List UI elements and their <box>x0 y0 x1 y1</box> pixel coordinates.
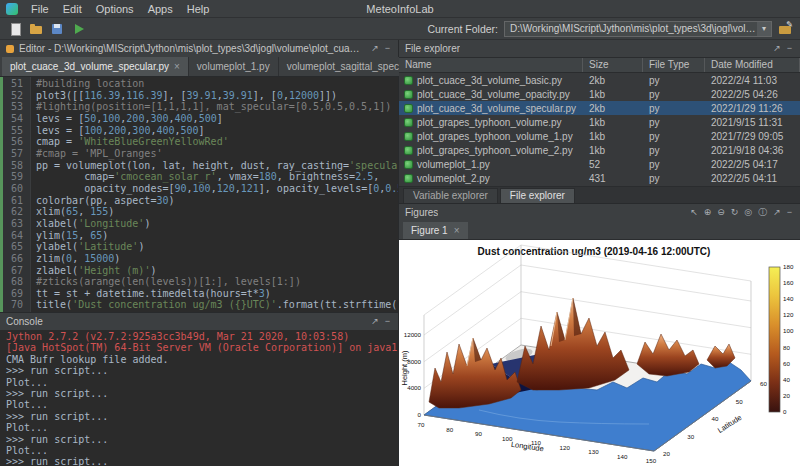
py-file-icon <box>404 118 413 127</box>
code-line[interactable]: 70title('Dust concentration ug/m3 ({}UTC… <box>0 299 398 311</box>
menu-options[interactable]: Options <box>89 3 141 15</box>
console-line: Plot... <box>6 445 394 456</box>
pointer-icon[interactable]: ↖ <box>688 208 700 217</box>
open-folder-button[interactable] <box>29 22 43 36</box>
close-icon[interactable]: × <box>174 61 180 72</box>
table-row[interactable]: plot_grapes_typhoon_volume_1.py1kbpy2021… <box>399 129 800 143</box>
file-size: 1kb <box>583 145 643 156</box>
editor-tab[interactable]: plot_cuace_3d_volume_specular.py× <box>2 57 189 76</box>
tab-figure-1[interactable]: Figure 1 × <box>403 222 468 239</box>
tab-variable-explorer[interactable]: Variable explorer <box>403 188 498 203</box>
minimize-icon[interactable]: − <box>383 317 392 326</box>
console-output[interactable]: Jython 2.7.2 (v2.7.2:925a3cc3b49d, Mar 2… <box>0 330 398 466</box>
menu-apps[interactable]: Apps <box>141 3 180 15</box>
code-line[interactable]: 57#cmap = 'MPL_Oranges' <box>0 148 398 160</box>
file-type: py <box>643 75 705 86</box>
line-number: 60 <box>0 183 30 195</box>
code-editor[interactable]: 51#building location52plot3([[116.39,116… <box>0 77 398 312</box>
float-icon[interactable]: ↗ <box>369 317 381 326</box>
table-row[interactable]: plot_grapes_typhoon_volume_2.py1kbpy2021… <box>399 143 800 157</box>
console-line: >>> run script... <box>6 456 394 466</box>
code-line[interactable]: 63xlabel('Longitude') <box>0 218 398 230</box>
menu-bar: FileEditOptionsAppsHelp <box>24 3 216 15</box>
rotate-icon[interactable]: ↻ <box>729 208 741 217</box>
code-line[interactable]: 55levs = [100,200,300,400,500] <box>0 125 398 137</box>
tab-file-explorer[interactable]: File explorer <box>500 188 575 203</box>
table-row[interactable]: volumeplot_2.py431py2022/2/5 04:11 <box>399 171 800 185</box>
minimize-icon[interactable]: − <box>383 44 392 53</box>
code-line[interactable]: 61colorbar(pp, aspect=30) <box>0 195 398 207</box>
editor-tabs: plot_cuace_3d_volume_specular.py×volumep… <box>0 57 398 77</box>
code-line[interactable]: 56cmap = 'WhiteBlueGreenYellowRed' <box>0 136 398 148</box>
file-name: plot_grapes_typhoon_volume.py <box>417 117 562 128</box>
code-line[interactable]: 60 opacity_nodes=[90,100,120,121], opaci… <box>0 183 398 195</box>
main-area: Editor - D:\Working\MIScript\Jython\mis\… <box>0 40 800 466</box>
column-header[interactable]: Name <box>399 58 583 72</box>
line-number: 59 <box>0 171 30 183</box>
column-header[interactable]: File Type <box>643 58 705 72</box>
file-name: plot_cuace_3d_volume_specular.py <box>417 103 576 114</box>
code-line[interactable]: 58pp = volumeplot(lon, lat, height, dust… <box>0 160 398 172</box>
zoom-out-icon[interactable]: ⊖ <box>715 208 727 217</box>
file-table-header: NameSizeFile TypeDate Modified <box>399 57 800 73</box>
column-header[interactable]: Size <box>583 58 643 72</box>
minimize-icon[interactable]: − <box>785 208 794 217</box>
dropdown-arrow-icon[interactable]: ▾ <box>757 22 771 36</box>
tick-label: 120 <box>783 311 794 318</box>
new-file-button[interactable] <box>8 22 22 36</box>
figure-tabs: Figure 1 × <box>399 221 800 240</box>
code-line[interactable]: 66zlim(0, 15000) <box>0 253 398 265</box>
save-button[interactable] <box>50 22 64 36</box>
console-panel: Console ↗− Jython 2.7.2 (v2.7.2:925a3cc3… <box>0 312 398 466</box>
code-line[interactable]: 52plot3([[116.39,116.39], [39.91,39.91],… <box>0 90 398 102</box>
code-line[interactable]: 59 cmap='cmocean_solar_r', vmax=180, bri… <box>0 171 398 183</box>
tick-label: 20 <box>663 450 670 457</box>
float-icon[interactable]: ↗ <box>771 44 783 53</box>
code-line[interactable]: 54levs = [50,100,200,300,400,500] <box>0 113 398 125</box>
table-row[interactable]: plot_cuace_3d_volume_opacity.py1kbpy2022… <box>399 87 800 101</box>
code-line[interactable]: 53#lighting(position=[1,1,1,1], mat_spec… <box>0 101 398 113</box>
editor-title: Editor - D:\Working\MIScript\Jython\mis\… <box>19 43 364 54</box>
code-line[interactable]: 68#zticks(arange(len(levels))[1:], level… <box>0 276 398 288</box>
figure-canvas[interactable]: Dust concentration ug/m3 (2019-04-16 12:… <box>399 240 800 466</box>
code-line[interactable]: 67zlabel('Height (m)') <box>0 265 398 277</box>
tick-label: 120 <box>560 444 571 451</box>
file-name: plot_grapes_typhoon_volume_1.py <box>417 131 573 142</box>
file-type: py <box>643 103 705 114</box>
file-date: 2021/9/15 11:31 <box>705 117 800 128</box>
tick-label: 100 <box>783 327 794 334</box>
menu-help[interactable]: Help <box>180 3 217 15</box>
meteoinfolab-window: FileEditOptionsAppsHelp MeteoInfoLab Cur… <box>0 0 800 466</box>
float-icon[interactable]: ↗ <box>369 44 381 53</box>
file-table-body: plot_cuace_3d_volume_basic.py2kbpy2022/2… <box>399 73 800 186</box>
menu-edit[interactable]: Edit <box>56 3 89 15</box>
browse-folder-button[interactable] <box>778 22 792 36</box>
float-icon[interactable]: ↗ <box>771 208 783 217</box>
identify-icon[interactable]: ⓘ <box>756 208 769 217</box>
file-date: 2022/1/29 11:26 <box>705 103 800 114</box>
close-icon[interactable]: × <box>454 225 460 236</box>
run-script-button[interactable] <box>71 22 85 36</box>
menu-file[interactable]: File <box>24 3 56 15</box>
editor-tab[interactable]: volumeplot_1.py <box>189 57 279 76</box>
full-extent-icon[interactable]: ◎ <box>742 208 754 217</box>
py-file-icon <box>404 146 413 155</box>
code-line[interactable]: 51#building location <box>0 78 398 90</box>
table-row[interactable]: plot_grapes_typhoon_volume.py1kbpy2021/9… <box>399 115 800 129</box>
toolbar-icons <box>8 22 85 36</box>
current-folder-combobox[interactable]: D:\Working\MIScript\Jython\mis\plot_type… <box>504 21 772 37</box>
zoom-in-icon[interactable]: ⊕ <box>702 208 714 217</box>
table-row[interactable]: volumeplot_1.py52py2022/2/5 04:17 <box>399 157 800 171</box>
line-number: 51 <box>0 78 30 90</box>
console-line: >>> run script... <box>6 365 394 376</box>
minimize-icon[interactable]: − <box>785 44 794 53</box>
tick-label: 70 <box>418 421 425 428</box>
code-line[interactable]: 69tt = st + datetime.timedelta(hours=t*3… <box>0 288 398 300</box>
table-row[interactable]: plot_cuace_3d_volume_basic.py2kbpy2022/2… <box>399 73 800 87</box>
code-line[interactable]: 65ylabel('Latitude') <box>0 241 398 253</box>
code-line[interactable]: 62xlim(65, 155) <box>0 206 398 218</box>
code-line[interactable]: 64ylim(15, 65) <box>0 230 398 242</box>
column-header[interactable]: Date Modified <box>705 58 800 72</box>
tick-label: Latitude <box>716 413 743 435</box>
table-row[interactable]: plot_cuace_3d_volume_specular.py2kbpy202… <box>399 101 800 115</box>
